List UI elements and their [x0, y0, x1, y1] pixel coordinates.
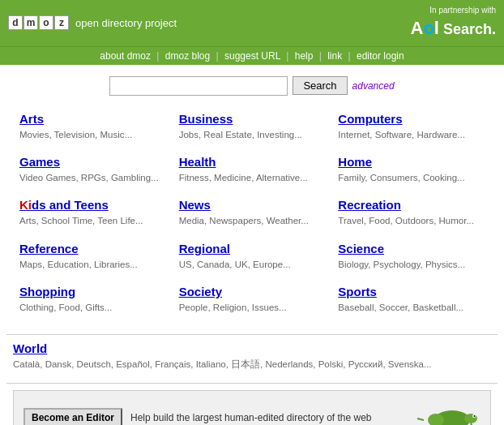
cat-news-subs: Media, Newspapers, Weather...: [179, 214, 326, 228]
editor-banner: Become an Editor Help build the largest …: [13, 390, 491, 425]
cat-sports-subs: Baseball, Soccer, Basketball...: [338, 301, 485, 315]
logo-d: d: [8, 15, 23, 30]
logo-m: m: [23, 15, 38, 30]
cat-kids-link[interactable]: Kids and Teens: [19, 198, 109, 212]
navigation-bar: about dmoz | dmoz blog | suggest URL | h…: [0, 46, 504, 65]
search-area: Search advanced: [0, 65, 504, 104]
cat-shopping-link[interactable]: Shopping: [19, 285, 75, 298]
cat-shopping-subs: Clothing, Food, Gifts...: [19, 301, 166, 315]
become-editor-button[interactable]: Become an Editor: [23, 408, 122, 425]
cat-arts: Arts Movies, Television, Music...: [13, 107, 173, 150]
nav-editor-login[interactable]: editor login: [357, 50, 404, 62]
cat-news: News Media, Newspapers, Weather...: [173, 193, 332, 236]
aol-partnership: In partnership with Aol Search.: [410, 5, 496, 41]
cat-reference: Reference Maps, Education, Libraries...: [13, 237, 173, 280]
cat-shopping: Shopping Clothing, Food, Gifts...: [13, 280, 173, 323]
cat-computers-link[interactable]: Computers: [338, 112, 402, 126]
cat-health: Health Fitness, Medicine, Alternative...: [173, 150, 332, 193]
cat-recreation: Recreation Travel, Food, Outdoors, Humor…: [331, 193, 491, 236]
site-header: d m o z open directory project In partne…: [0, 0, 504, 46]
col-0: Arts Movies, Television, Music... Games …: [13, 107, 173, 323]
logo-area: d m o z open directory project: [8, 15, 177, 30]
cat-games-link[interactable]: Games: [19, 155, 60, 169]
cat-games-subs: Video Games, RPGs, Gambling...: [19, 171, 166, 185]
search-button[interactable]: Search: [293, 76, 347, 95]
dmoz-logo: d m o z: [8, 15, 69, 30]
cat-health-link[interactable]: Health: [179, 155, 216, 169]
cat-regional-link[interactable]: Regional: [179, 242, 230, 255]
partnership-text: In partnership with: [410, 5, 496, 16]
nav-link[interactable]: link: [327, 50, 342, 62]
divider: [6, 334, 498, 335]
nav-blog[interactable]: dmoz blog: [165, 50, 210, 62]
nav-help[interactable]: help: [295, 50, 314, 62]
cat-health-subs: Fitness, Medicine, Alternative...: [179, 171, 326, 185]
cat-regional-subs: US, Canada, UK, Europe...: [179, 258, 326, 272]
svg-line-9: [417, 419, 424, 420]
cat-news-link[interactable]: News: [179, 198, 211, 212]
cat-society-link[interactable]: Society: [179, 285, 222, 298]
cat-home-subs: Family, Consumers, Cooking...: [338, 171, 485, 185]
cat-home-link[interactable]: Home: [338, 155, 372, 169]
col-2: Computers Internet, Software, Hardware..…: [331, 107, 491, 323]
lizard-mascot: [416, 397, 481, 425]
nav-suggest[interactable]: suggest URL: [224, 50, 280, 62]
cat-home: Home Family, Consumers, Cooking...: [331, 150, 491, 193]
cat-sports-link[interactable]: Sports: [338, 285, 377, 298]
cat-computers-subs: Internet, Software, Hardware...: [338, 128, 485, 142]
cat-games: Games Video Games, RPGs, Gambling...: [13, 150, 173, 193]
col-1: Business Jobs, Real Estate, Investing...…: [173, 107, 332, 323]
world-section: World Català, Dansk, Deutsch, Español, F…: [0, 338, 504, 380]
cat-science-link[interactable]: Science: [338, 242, 384, 255]
advanced-search-link[interactable]: advanced: [352, 80, 395, 92]
svg-point-3: [474, 415, 476, 417]
logo-z: z: [54, 15, 69, 30]
site-tagline: open directory project: [75, 17, 177, 29]
cat-society: Society People, Religion, Issues...: [173, 280, 332, 323]
aol-brand: Aol Search.: [410, 16, 496, 41]
cat-science-subs: Biology, Psychology, Physics...: [338, 258, 485, 272]
cat-arts-subs: Movies, Television, Music...: [19, 128, 166, 142]
cat-reference-subs: Maps, Education, Libraries...: [19, 258, 166, 272]
cat-business-link[interactable]: Business: [179, 112, 233, 126]
nav-about[interactable]: about dmoz: [100, 50, 151, 62]
cat-business-subs: Jobs, Real Estate, Investing...: [179, 128, 326, 142]
cat-computers: Computers Internet, Software, Hardware..…: [331, 107, 491, 150]
cat-recreation-subs: Travel, Food, Outdoors, Humor...: [338, 214, 485, 228]
cat-business: Business Jobs, Real Estate, Investing...: [173, 107, 332, 150]
cat-world-subs: Català, Dansk, Deutsch, Español, Françai…: [13, 358, 491, 371]
cat-recreation-link[interactable]: Recreation: [338, 198, 401, 212]
kids-rest: ds and Teens: [32, 198, 109, 212]
logo-o: o: [39, 15, 53, 30]
cat-society-subs: People, Religion, Issues...: [179, 301, 326, 315]
divider-2: [6, 383, 498, 384]
search-input[interactable]: [109, 76, 288, 96]
cat-arts-link[interactable]: Arts: [19, 112, 44, 126]
cat-sports: Sports Baseball, Soccer, Basketball...: [331, 280, 491, 323]
cat-science: Science Biology, Psychology, Physics...: [331, 237, 491, 280]
cat-world-link[interactable]: World: [13, 341, 47, 355]
categories-grid: Arts Movies, Television, Music... Games …: [0, 104, 504, 331]
cat-kids: Kids and Teens Arts, School Time, Teen L…: [13, 193, 173, 236]
editor-banner-text: Help build the largest human-edited dire…: [130, 412, 408, 423]
cat-kids-subs: Arts, School Time, Teen Life...: [19, 214, 166, 228]
cat-regional: Regional US, Canada, UK, Europe...: [173, 237, 332, 280]
cat-reference-link[interactable]: Reference: [19, 242, 79, 255]
kids-k: Ki: [19, 198, 32, 212]
